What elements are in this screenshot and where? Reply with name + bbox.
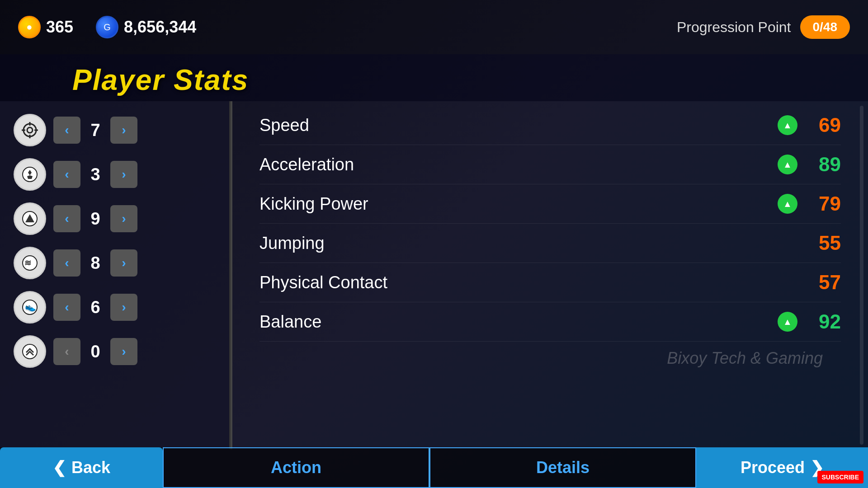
page-title: Player Stats (72, 63, 850, 97)
stepper-2-dec[interactable]: ‹ (53, 161, 80, 188)
crosshair-icon (14, 114, 46, 146)
stat-physical-contact: Physical Contact 57 (259, 263, 841, 302)
stat-jumping: Jumping 55 (259, 224, 841, 263)
stat-physical-contact-value: 57 (805, 271, 841, 294)
stepper-1-dec[interactable]: ‹ (53, 117, 80, 144)
arrows-icon: ≋ (14, 247, 46, 279)
back-chevron-icon: ❮ (52, 458, 66, 477)
stepper-5-inc[interactable]: › (110, 294, 137, 321)
stepper-3-val: 9 (84, 209, 107, 229)
stat-balance: Balance 92 (259, 302, 841, 342)
acceleration-up-icon (778, 155, 797, 174)
balance-up-icon (778, 312, 797, 332)
stat-speed: Speed 69 (259, 106, 841, 145)
stat-acceleration: Acceleration 89 (259, 145, 841, 184)
stepper-5-dec[interactable]: ‹ (53, 294, 80, 321)
stepper-5: ‹ 6 › (53, 294, 137, 321)
svg-point-1 (27, 127, 33, 133)
stat-balance-value: 92 (805, 310, 841, 333)
svg-point-0 (24, 124, 36, 136)
stat-kicking-power: Kicking Power 79 (259, 184, 841, 224)
details-button[interactable]: Details (429, 447, 696, 488)
coin-icon: ● (18, 16, 41, 38)
shoe-icon: 👟 (14, 291, 46, 324)
svg-text:👟: 👟 (25, 301, 36, 312)
stat-jumping-label: Jumping (259, 234, 805, 253)
soccer-icon (14, 158, 46, 191)
stat-acceleration-label: Acceleration (259, 155, 778, 174)
stepper-1-inc[interactable]: › (110, 117, 137, 144)
watermark: Bixoy Tech & Gaming (667, 349, 823, 368)
gems-value: 8,656,344 (124, 18, 196, 37)
currency-group: ● 365 G 8,656,344 (18, 16, 196, 38)
right-panel: Speed 69 Acceleration 89 Kicking Power 7… (232, 101, 868, 449)
chevrons-icon (14, 335, 46, 368)
proceed-label: Proceed (741, 458, 805, 477)
stat-row: 👟 ‹ 6 › (14, 287, 216, 327)
coins-value: 365 (46, 18, 73, 37)
stepper-6-val: 0 (84, 342, 107, 361)
stepper-4-inc[interactable]: › (110, 249, 137, 277)
stat-balance-label: Balance (259, 312, 778, 332)
stat-row: ≋ ‹ 8 › (14, 243, 216, 283)
scrollbar[interactable] (860, 106, 863, 445)
triangle-icon (14, 202, 46, 235)
stat-speed-label: Speed (259, 116, 778, 135)
back-label: Back (71, 458, 110, 477)
gem-icon: G (96, 16, 118, 38)
youtube-badge: SUBSCRIBE (817, 471, 863, 483)
coins-item: ● 365 (18, 16, 73, 38)
stepper-3: ‹ 9 › (53, 205, 137, 232)
stepper-3-dec[interactable]: ‹ (53, 205, 80, 232)
action-button[interactable]: Action (163, 447, 429, 488)
progression-label: Progression Point (677, 19, 791, 36)
stepper-4: ‹ 8 › (53, 249, 137, 277)
youtube-label: SUBSCRIBE (822, 474, 859, 481)
stat-jumping-value: 55 (805, 232, 841, 254)
stat-row: ‹ 0 › (14, 332, 216, 371)
speed-up-icon (778, 115, 797, 135)
progression-section: Progression Point 0/48 (677, 15, 850, 39)
stepper-3-inc[interactable]: › (110, 205, 137, 232)
action-label: Action (271, 458, 321, 477)
gems-item: G 8,656,344 (96, 16, 196, 38)
stat-acceleration-value: 89 (805, 153, 841, 176)
stepper-4-dec[interactable]: ‹ (53, 249, 80, 277)
main-content: ‹ 7 › ‹ 3 › (0, 101, 868, 449)
stepper-5-val: 6 (84, 298, 107, 317)
stepper-6: ‹ 0 › (53, 338, 137, 365)
header: ● 365 G 8,656,344 Progression Point 0/48 (0, 0, 868, 54)
stepper-2-inc[interactable]: › (110, 161, 137, 188)
stat-speed-value: 69 (805, 114, 841, 136)
stepper-1-val: 7 (84, 121, 107, 140)
stat-kicking-power-label: Kicking Power (259, 194, 778, 214)
details-label: Details (536, 458, 590, 477)
progression-badge: 0/48 (800, 15, 850, 39)
back-button[interactable]: ❮ Back (0, 447, 163, 488)
stat-row: ‹ 9 › (14, 199, 216, 239)
stat-row: ‹ 7 › (14, 110, 216, 150)
stepper-2: ‹ 3 › (53, 161, 137, 188)
stepper-1: ‹ 7 › (53, 117, 137, 144)
stat-physical-contact-label: Physical Contact (259, 273, 805, 292)
bottom-bar: ❮ Back Action Details Proceed ❯ (0, 447, 868, 488)
left-panel: ‹ 7 › ‹ 3 › (0, 101, 231, 449)
stepper-2-val: 3 (84, 165, 107, 184)
stat-row: ‹ 3 › (14, 155, 216, 194)
stepper-4-val: 8 (84, 253, 107, 273)
stepper-6-inc[interactable]: › (110, 338, 137, 365)
title-section: Player Stats (0, 54, 868, 101)
svg-text:≋: ≋ (24, 258, 31, 267)
stat-kicking-power-value: 79 (805, 192, 841, 215)
stepper-6-dec[interactable]: ‹ (53, 338, 80, 365)
kicking-power-up-icon (778, 194, 797, 214)
